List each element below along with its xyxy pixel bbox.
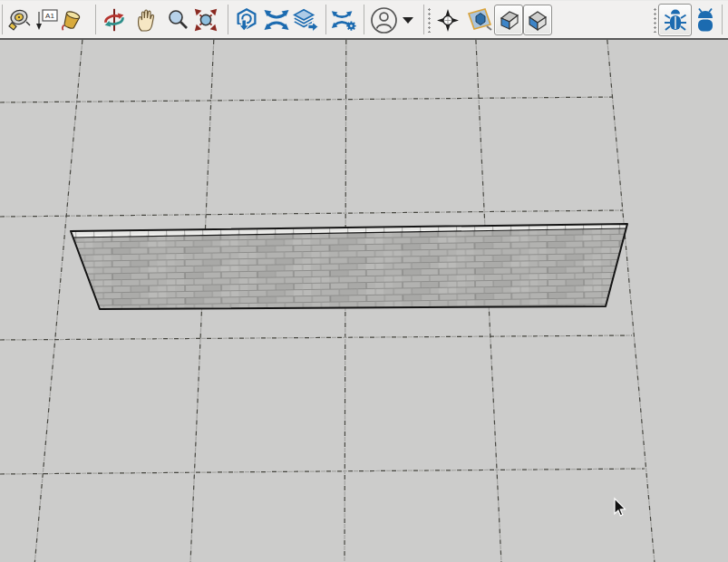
brick-wall[interactable] <box>71 224 627 309</box>
download-model-icon <box>233 6 260 34</box>
swap-arrows-settings-button[interactable] <box>330 5 357 34</box>
compass-icon <box>435 7 461 34</box>
toolbar: A1 <box>0 0 728 40</box>
toolbar-drag-handle[interactable] <box>428 7 431 33</box>
bug-button[interactable] <box>658 4 692 36</box>
paint-bucket-icon <box>58 6 85 34</box>
house-gable-icon <box>527 9 549 32</box>
toolbar-separator <box>325 5 326 34</box>
text-tool-icon: A1 <box>33 6 60 34</box>
bug-icon <box>664 7 687 33</box>
house-view-1-button[interactable] <box>494 5 523 35</box>
account-icon <box>369 5 399 35</box>
account-dropdown-button[interactable] <box>400 5 415 34</box>
android-bug-button[interactable] <box>692 5 718 34</box>
compass-navigation-button[interactable] <box>434 5 461 34</box>
paint-bucket-button[interactable] <box>58 5 85 34</box>
house-view-2-button[interactable] <box>523 5 552 35</box>
chevron-down-icon <box>402 15 414 24</box>
toolbar-drag-handle[interactable] <box>654 7 656 33</box>
toolbar-separator <box>722 5 723 34</box>
section-plane-icon <box>465 6 494 34</box>
android-icon <box>694 7 717 33</box>
toolbar-separator <box>2 5 3 34</box>
zoom-extents-icon <box>192 6 219 34</box>
text-tool-button[interactable]: A1 <box>33 5 60 34</box>
swap-arrows-settings-icon <box>330 7 357 33</box>
layers-export-icon <box>292 7 319 33</box>
layers-export-button[interactable] <box>292 5 319 34</box>
viewport-3d[interactable] <box>0 40 728 562</box>
swap-arrows-button[interactable] <box>263 5 290 34</box>
orbit-icon <box>101 6 128 34</box>
section-plane-button[interactable] <box>464 5 494 34</box>
account-button[interactable] <box>368 5 399 34</box>
zoom-button[interactable] <box>164 5 191 34</box>
svg-text:A1: A1 <box>45 12 54 20</box>
zoom-icon <box>165 7 190 33</box>
tape-measure-icon <box>6 6 32 34</box>
tape-measure-button[interactable] <box>5 5 33 34</box>
pan-hand-icon <box>133 6 160 34</box>
house-blue-icon <box>498 9 520 32</box>
swap-arrows-icon <box>263 7 290 33</box>
viewport-canvas[interactable] <box>0 40 728 562</box>
toolbar-separator <box>364 5 364 34</box>
download-model-button[interactable] <box>233 5 260 34</box>
orbit-button[interactable] <box>101 5 128 34</box>
pan-button[interactable] <box>133 5 160 34</box>
zoom-extents-button[interactable] <box>192 5 219 34</box>
toolbar-separator <box>95 5 96 34</box>
mouse-cursor <box>615 499 626 516</box>
toolbar-separator <box>423 5 424 34</box>
toolbar-separator <box>228 5 228 34</box>
